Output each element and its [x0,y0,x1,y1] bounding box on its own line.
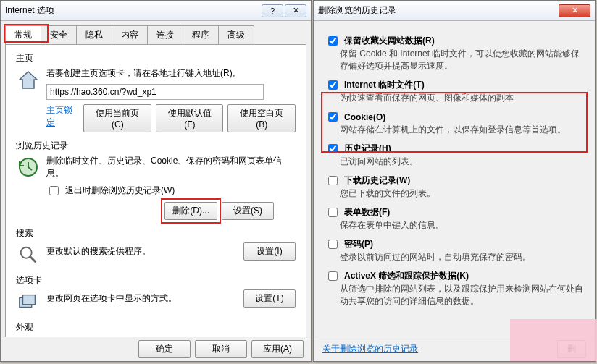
svg-line-2 [30,257,36,263]
password-checkbox[interactable] [328,240,338,249]
keep-favorites-desc: 保留 Cookie 和 Internet 临时文件，可以使您收藏的网站能够保存偏… [340,48,583,72]
temp-files-desc: 为快速查看而保存的网页、图像和媒体的副本 [340,92,583,104]
window-title: 删除浏览的历史记录 [318,4,559,17]
tabs-desc: 更改网页在选项卡中显示的方式。 [46,292,177,305]
opt-history: 历史记录(H) 已访问网站的列表。 [325,142,583,168]
opt-cookie: Cookie(O) 网站存储在计算机上的文件，以保存如登录信息等首选项。 [325,110,583,136]
search-desc: 更改默认的搜索提供程序。 [46,245,151,258]
history-checkbox[interactable] [328,144,338,153]
opt-keep-favorites: 保留收藏夹网站数据(R) 保留 Cookie 和 Internet 临时文件，可… [325,34,583,72]
cookie-checkbox[interactable] [328,112,338,122]
keep-favorites-label: 保留收藏夹网站数据(R) [344,35,435,47]
download-checkbox[interactable] [328,176,338,185]
download-desc: 您已下载的文件的列表。 [340,187,583,200]
home-icon [16,67,41,92]
opt-download: 下载历史记录(W) 您已下载的文件的列表。 [325,174,583,200]
temp-files-label: Internet 临时文件(T) [344,79,425,91]
use-default-button[interactable]: 使用默认值(F) [156,104,223,132]
homepage-group: 主页 若要创建主页选项卡，请在各地址行键入地址(R)。 主页锁定 使用当前页(C… [16,52,296,132]
keep-favorites-checkbox[interactable] [328,36,338,46]
homepage-desc: 若要创建主页选项卡，请在各地址行键入地址(R)。 [46,67,296,80]
opt-password: 密码(P) 登录以前访问过的网站时，自动填充保存的密码。 [325,237,583,263]
activex-checkbox[interactable] [328,271,338,281]
history-icon [16,155,41,179]
activex-desc: 从筛选中排除的网站列表，以及跟踪保护用来检测网站在何处自动共享您的访问的详细信息… [340,283,583,308]
opt-temp-files: Internet 临时文件(T) 为快速查看而保存的网页、图像和媒体的副本 [325,78,583,104]
tab-content-panel: 主页 若要创建主页选项卡，请在各地址行键入地址(R)。 主页锁定 使用当前页(C… [5,44,306,355]
apply-button[interactable]: 应用(A) [251,340,304,358]
history-label: 历史记录(H) [344,143,391,155]
tab-privacy[interactable]: 隐私 [76,25,112,44]
internet-options-window: Internet 选项 ? ✕ 常规 安全 隐私 内容 连接 程序 高级 主页 … [0,0,312,362]
delete-on-exit-label: 退出时删除浏览历史记录(W) [65,185,175,197]
opt-form: 表单数据(F) 保存在表单中键入的信息。 [325,206,583,232]
tabs-settings-button[interactable]: 设置(T) [243,289,296,308]
dialog-footer: 确定 取消 应用(A) [1,337,311,361]
svg-point-1 [21,247,32,258]
about-delete-link[interactable]: 关于删除浏览的历史记录 [322,343,418,355]
cookie-desc: 网站存储在计算机上的文件，以保存如登录信息等首选项。 [340,124,583,136]
window-title: Internet 选项 [5,4,262,17]
dialog-body: 保留收藏夹网站数据(R) 保留 Cookie 和 Internet 临时文件，可… [314,21,595,337]
search-group: 搜索 更改默认的搜索提供程序。 设置(I) [16,227,296,267]
opt-activex: ActiveX 筛选和跟踪保护数据(K) 从筛选中排除的网站列表，以及跟踪保护用… [325,269,583,308]
close-button[interactable]: ✕ [559,4,590,17]
cookie-label: Cookie(O) [344,112,385,122]
search-icon [16,242,41,267]
form-checkbox[interactable] [328,208,338,217]
homepage-title: 主页 [16,52,296,64]
delete-history-window: 删除浏览的历史记录 ✕ 保留收藏夹网站数据(R) 保留 Cookie 和 Int… [313,0,596,362]
delete-history-button[interactable]: 删除(D)... [164,202,217,220]
svg-rect-4 [23,295,36,305]
tabs-group: 选项卡 更改网页在选项卡中显示的方式。 设置(T) [16,274,296,314]
tabs-icon [16,289,41,314]
cancel-button[interactable]: 取消 [195,340,247,358]
tab-programs[interactable]: 程序 [183,25,219,44]
ok-button[interactable]: 确定 [138,340,191,358]
history-desc: 删除临时文件、历史记录、Cookie、保存的密码和网页表单信息。 [46,155,296,179]
activex-label: ActiveX 筛选和跟踪保护数据(K) [344,270,469,282]
tab-security[interactable]: 安全 [41,25,77,44]
tab-advanced[interactable]: 高级 [218,25,254,44]
history-group: 浏览历史记录 删除临时文件、历史记录、Cookie、保存的密码和网页表单信息。 … [16,140,296,220]
titlebar: Internet 选项 ? ✕ [1,1,311,21]
history-settings-button[interactable]: 设置(S) [222,202,274,220]
form-desc: 保存在表单中键入的信息。 [340,219,583,232]
history-title: 浏览历史记录 [16,140,296,152]
search-title: 搜索 [16,227,296,240]
titlebar: 删除浏览的历史记录 ✕ [314,1,595,21]
pink-overlay [510,319,597,361]
tabs-title: 选项卡 [16,274,296,287]
tab-general[interactable]: 常规 [5,25,41,44]
window-controls: ? ✕ [262,4,306,17]
download-label: 下载历史记录(W) [344,174,410,187]
homepage-lock-link[interactable]: 主页锁定 [46,104,79,132]
tab-connections[interactable]: 连接 [147,25,183,44]
history-desc: 已访问网站的列表。 [340,156,583,168]
use-blank-button[interactable]: 使用空白页(B) [227,104,296,132]
search-settings-button[interactable]: 设置(I) [243,242,296,261]
use-current-button[interactable]: 使用当前页(C) [83,104,151,132]
form-label: 表单数据(F) [344,206,390,219]
password-label: 密码(P) [344,238,373,250]
close-button[interactable]: ✕ [285,4,306,17]
tab-strip: 常规 安全 隐私 内容 连接 程序 高级 [1,21,311,44]
homepage-url-input[interactable] [46,84,264,100]
tab-content[interactable]: 内容 [112,25,148,44]
temp-files-checkbox[interactable] [328,80,338,90]
password-desc: 登录以前访问过的网站时，自动填充保存的密码。 [340,251,583,263]
help-button[interactable]: ? [262,4,283,17]
delete-on-exit-checkbox[interactable] [49,186,59,195]
appearance-title: 外观 [16,321,296,334]
